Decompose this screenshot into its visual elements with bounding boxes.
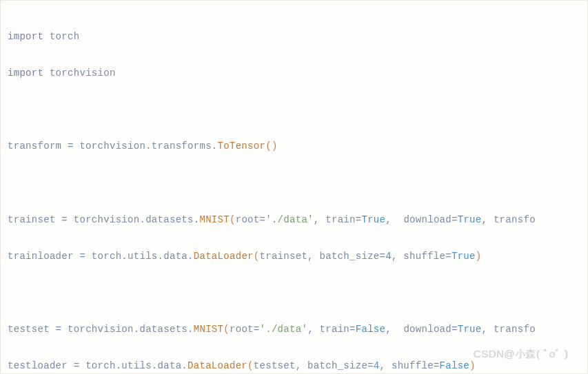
fn-dataloader: DataLoader — [194, 251, 254, 262]
kwarg-shuffle: shuffle — [403, 251, 445, 262]
string-data: './data' — [260, 324, 308, 335]
kwarg-download: download — [403, 324, 452, 335]
code-line: import torch — [8, 28, 580, 46]
bool-false: False — [356, 324, 386, 335]
fn-mnist: MNIST — [194, 324, 224, 335]
watermark-text: CSDN@小森( ﾟoﾟ ) — [474, 344, 568, 364]
var-trainloader: trainloader — [8, 251, 74, 262]
paren-open: ( — [247, 360, 254, 371]
operator-eq: = — [56, 324, 62, 335]
bool-true: True — [458, 214, 482, 225]
operator-eq: = — [61, 214, 68, 225]
arg-trainset: trainset — [259, 251, 307, 262]
var-testset: testset — [8, 324, 50, 335]
module-path: torch.utils.data. — [92, 251, 194, 262]
operator-eq: = — [79, 251, 85, 262]
module-path: torchvision.datasets. — [74, 214, 200, 225]
var-transform: transform — [8, 141, 61, 152]
parens: () — [265, 141, 277, 152]
paren-open: ( — [223, 324, 230, 335]
kwarg-train: train — [320, 324, 350, 335]
bool-true: True — [458, 324, 482, 335]
num-4: 4 — [385, 251, 392, 262]
code-line-blank — [8, 174, 580, 192]
paren-open: ( — [230, 214, 236, 225]
fn-dataloader: DataLoader — [187, 360, 247, 371]
keyword-import: import — [8, 67, 43, 79]
var-trainset: trainset — [8, 214, 56, 225]
module-torchvision: torchvision — [50, 67, 116, 79]
bool-true: True — [452, 251, 476, 262]
paren-close: ) — [476, 251, 482, 262]
code-line-blank — [8, 284, 580, 302]
code-line: transform = torchvision.transforms.ToTen… — [8, 137, 580, 156]
string-data: './data' — [265, 214, 314, 225]
operator-eq: = — [74, 360, 80, 371]
kwarg-download: download — [403, 214, 452, 225]
bool-true: True — [361, 214, 385, 225]
module-torch: torch — [50, 31, 80, 42]
code-line: import torchvision — [8, 64, 580, 83]
code-line: trainloader = torch.utils.data.DataLoade… — [8, 247, 580, 266]
code-block: import torch import torchvision transfor… — [1, 1, 587, 374]
kwarg-batch-size: batch_size — [307, 360, 367, 371]
code-line-blank — [8, 101, 580, 119]
keyword-import: import — [8, 31, 43, 42]
kwarg-transform-cut: transfo — [494, 214, 536, 225]
code-line: testset = torchvision.datasets.MNIST(roo… — [8, 320, 580, 339]
bool-false: False — [440, 360, 470, 371]
kwarg-root: root — [236, 214, 260, 225]
kwarg-shuffle: shuffle — [392, 360, 434, 371]
fn-totensor: ToTensor — [218, 141, 266, 152]
kwarg-root: root — [230, 324, 254, 335]
kwarg-train: train — [325, 214, 356, 225]
operator-eq: = — [68, 141, 74, 152]
kwarg-batch-size: batch_size — [320, 251, 380, 262]
module-path: torchvision.datasets. — [68, 324, 194, 335]
module-path: torch.utils.data. — [85, 360, 187, 371]
fn-mnist: MNIST — [199, 214, 230, 225]
code-line: trainset = torchvision.datasets.MNIST(ro… — [8, 211, 580, 229]
module-path: torchvision.transforms. — [79, 141, 217, 152]
var-testloader: testloader — [8, 360, 68, 371]
kwarg-transform-cut: transfo — [494, 324, 536, 335]
arg-testset: testset — [254, 360, 296, 371]
num-4: 4 — [374, 360, 380, 371]
